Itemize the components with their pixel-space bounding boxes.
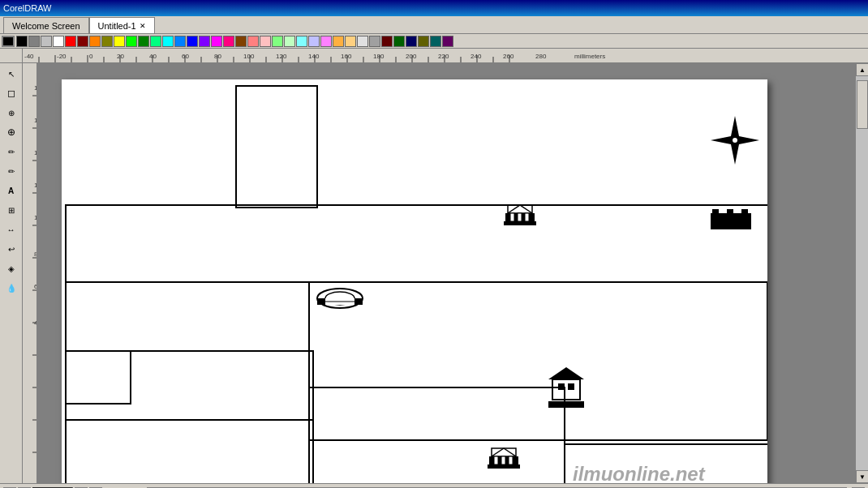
svg-rect-103 [548,401,584,408]
palette-swatch[interactable] [199,36,210,47]
palette-swatch[interactable] [345,36,356,47]
palette-swatch[interactable] [442,36,453,47]
svg-rect-84 [510,213,514,221]
palette-swatch[interactable] [406,36,417,47]
tabbar: Welcome Screen Untitled-1 ✕ [0,16,868,34]
zoom-tool[interactable]: ⊕ [2,123,21,141]
palette-swatch[interactable] [187,36,198,47]
tab-welcome-label: Welcome Screen [12,21,80,31]
svg-rect-72 [66,351,131,404]
palette-swatch[interactable] [260,36,271,47]
palette-swatch[interactable] [247,36,259,47]
palette-swatch[interactable] [114,36,125,47]
svg-rect-83 [508,205,532,213]
table-tool[interactable]: ⊞ [2,201,21,219]
svg-rect-104 [488,464,520,469]
canvas-container: ilmuonline.net [37,63,855,483]
palette-swatch[interactable] [308,36,320,47]
current-color[interactable] [2,36,15,47]
palette-swatch[interactable] [320,36,332,47]
palette-swatch[interactable] [174,36,186,47]
palette-swatch[interactable] [418,36,429,47]
freehand-tool[interactable]: ✏ [2,143,21,161]
svg-line-87 [508,205,520,213]
svg-rect-93 [711,225,751,229]
palette-swatch[interactable] [357,36,368,47]
svg-text:0: 0 [89,53,93,60]
palette-swatch[interactable] [223,36,234,47]
svg-text:180: 180 [373,53,385,60]
svg-rect-69 [236,86,317,208]
palette-swatch[interactable] [381,36,393,47]
palette-swatch[interactable] [296,36,307,47]
text-tool[interactable]: A [2,182,21,199]
right-scrollbar: ▲ ▼ [855,63,868,483]
svg-text:60: 60 [182,53,189,60]
svg-rect-107 [494,456,498,464]
crop-tool[interactable]: ⊕ [2,104,21,122]
svg-rect-102 [568,383,574,390]
tab-close-icon[interactable]: ✕ [140,22,146,30]
svg-rect-74 [309,282,767,440]
svg-text:-40: -40 [24,53,34,60]
svg-line-110 [492,448,504,456]
canvas-with-rulers: 180 160 140 120 100 80 60 40 millimeters [23,63,868,483]
svg-point-80 [733,138,737,143]
palette-swatch[interactable] [150,36,161,47]
smart-draw-tool[interactable]: ✏ [2,162,21,180]
palette-swatch[interactable] [101,36,113,47]
eyedropper-tool[interactable]: 💧 [2,279,21,297]
palette-swatch[interactable] [235,36,247,47]
palette-swatch[interactable] [77,36,88,47]
canvas-region: 180 160 140 120 100 80 60 40 millimeters [23,63,868,483]
svg-text:220: 220 [438,53,449,60]
palette-colors [16,34,453,49]
svg-rect-109 [509,456,513,464]
svg-text:240: 240 [471,53,482,60]
palette-swatch[interactable] [162,36,174,47]
palette-swatch[interactable] [65,36,76,47]
shape-tool[interactable]: ◻ [2,84,21,102]
drawing-canvas[interactable]: ilmuonline.net [62,79,767,483]
svg-rect-70 [66,205,767,282]
svg-text:20: 20 [117,53,124,60]
palette-swatch[interactable] [272,36,283,47]
fill-tool[interactable]: ◈ [2,259,21,277]
scroll-down-button[interactable]: ▼ [856,470,868,483]
palette-swatch[interactable] [284,36,295,47]
connector-tool[interactable]: ↩ [2,240,21,258]
main-layout: ↖ ◻ ⊕ ⊕ ✏ ✏ A ⊞ ↔ ↩ ◈ 💧 180 160 140 120 … [0,63,868,483]
palette-swatch[interactable] [211,36,222,47]
tab-welcome[interactable]: Welcome Screen [3,17,89,33]
left-toolbar: ↖ ◻ ⊕ ⊕ ✏ ✏ A ⊞ ↔ ↩ ◈ 💧 [0,63,23,483]
svg-text:200: 200 [406,53,417,60]
svg-rect-77 [309,387,565,483]
palette-swatch[interactable] [430,36,441,47]
scroll-up-button[interactable]: ▲ [856,63,868,76]
palette-swatch[interactable] [16,36,28,47]
tab-untitled[interactable]: Untitled-1 ✕ [89,17,155,33]
scroll-track-vertical[interactable] [856,76,868,470]
svg-text:40: 40 [149,53,157,60]
svg-rect-85 [518,213,522,221]
svg-rect-100 [552,379,580,400]
select-tool[interactable]: ↖ [2,65,21,83]
svg-rect-90 [712,209,719,217]
palette-swatch[interactable] [369,36,380,47]
palette-swatch[interactable] [393,36,405,47]
palette-swatch[interactable] [138,36,149,47]
ruler-top-area: -40 -20 0 20 40 60 80 100 120 140 160 18… [0,49,868,63]
svg-text:ilmuonline.net: ilmuonline.net [573,463,706,483]
dimension-tool[interactable]: ↔ [2,220,21,238]
palette-swatch[interactable] [28,36,40,47]
palette-swatch[interactable] [41,36,52,47]
palette-swatch[interactable] [333,36,344,47]
palette-swatch[interactable] [126,36,137,47]
palette-swatch[interactable] [89,36,101,47]
svg-text:120: 120 [276,53,287,60]
scroll-thumb-vertical[interactable] [857,80,868,129]
palette-swatch[interactable] [53,36,64,47]
svg-rect-81 [504,221,536,225]
svg-rect-91 [727,209,733,217]
tab-untitled-label: Untitled-1 [98,21,136,31]
